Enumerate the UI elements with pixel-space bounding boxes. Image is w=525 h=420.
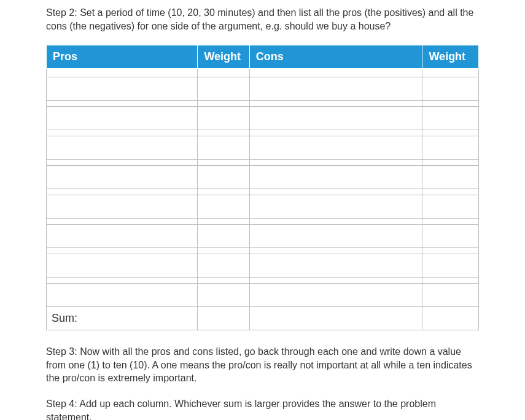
table-row (47, 107, 479, 130)
pros-cell[interactable] (47, 225, 198, 248)
cons-cell[interactable] (249, 136, 422, 160)
weight-cell[interactable] (422, 225, 479, 248)
table-row (47, 130, 479, 136)
sum-row: Sum: (47, 307, 479, 330)
table-row (47, 189, 479, 195)
table-row (47, 195, 479, 219)
step-4-text: Step 4: Add up each column. Whichever su… (46, 397, 479, 420)
cell (47, 69, 198, 77)
cons-cell[interactable] (249, 195, 422, 219)
pros-cell[interactable] (47, 254, 198, 278)
table-row (47, 160, 479, 166)
sum-weight-cell[interactable] (198, 307, 249, 330)
table-row (47, 101, 479, 107)
pros-cell[interactable] (47, 166, 198, 189)
weight-cell[interactable] (198, 254, 249, 278)
weight-cell[interactable] (198, 107, 249, 130)
table-row (47, 284, 479, 307)
cell (249, 69, 422, 77)
weight-cell[interactable] (422, 136, 479, 160)
step-3-text: Step 3: Now with all the pros and cons l… (46, 345, 479, 385)
pros-cons-table: Pros Weight Cons Weight (46, 45, 479, 330)
weight-cell[interactable] (422, 254, 479, 278)
header-cons: Cons (249, 45, 422, 69)
sum-cons-cell (249, 307, 422, 330)
pros-cell[interactable] (47, 195, 198, 219)
table-row (47, 166, 479, 189)
cons-cell[interactable] (249, 225, 422, 248)
weight-cell[interactable] (198, 284, 249, 307)
weight-cell[interactable] (422, 107, 479, 130)
sum-label-cell: Sum: (47, 307, 198, 330)
pros-cell[interactable] (47, 284, 198, 307)
weight-cell[interactable] (198, 195, 249, 219)
sum-weight-cell[interactable] (422, 307, 479, 330)
header-weight-1: Weight (198, 45, 249, 69)
weight-cell[interactable] (198, 77, 249, 101)
step-2-text: Step 2: Set a period of time (10, 20, 30… (46, 6, 479, 33)
header-weight-2: Weight (422, 45, 479, 69)
table-header-row: Pros Weight Cons Weight (47, 45, 479, 69)
cons-cell[interactable] (249, 284, 422, 307)
weight-cell[interactable] (422, 284, 479, 307)
table-row (47, 278, 479, 284)
table-row (47, 254, 479, 278)
cell (198, 69, 249, 77)
cons-cell[interactable] (249, 107, 422, 130)
table-row (47, 219, 479, 225)
cons-cell[interactable] (249, 77, 422, 101)
weight-cell[interactable] (198, 225, 249, 248)
weight-cell[interactable] (198, 136, 249, 160)
pros-cell[interactable] (47, 107, 198, 130)
table-row (47, 136, 479, 160)
weight-cell[interactable] (422, 166, 479, 189)
table-row (47, 225, 479, 248)
weight-cell[interactable] (422, 195, 479, 219)
weight-cell[interactable] (198, 166, 249, 189)
cons-cell[interactable] (249, 166, 422, 189)
cell (422, 69, 479, 77)
weight-cell[interactable] (422, 77, 479, 101)
header-pros: Pros (47, 45, 198, 69)
table-row (47, 248, 479, 254)
table-row (47, 69, 479, 77)
table-row (47, 77, 479, 101)
pros-cell[interactable] (47, 77, 198, 101)
cons-cell[interactable] (249, 254, 422, 278)
pros-cell[interactable] (47, 136, 198, 160)
